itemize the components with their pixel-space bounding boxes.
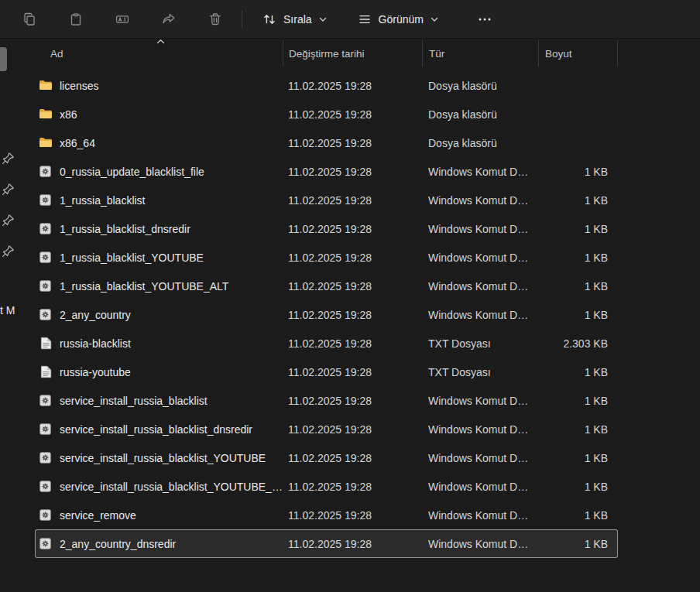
- file-list: licenses11.02.2025 19:28Dosya klasörüx86…: [35, 71, 618, 558]
- column-header-type[interactable]: Tür: [422, 40, 538, 67]
- file-size: 1 KB: [538, 538, 618, 550]
- file-type: Windows Komut D…: [422, 509, 538, 522]
- file-name: 1_russia_blacklist_YOUTUBE_ALT: [60, 280, 228, 293]
- file-name-cell: 2_any_country: [35, 308, 283, 322]
- file-modified-date: 11.02.2025 19:28: [283, 452, 422, 464]
- file-type: Dosya klasörü: [422, 80, 538, 92]
- file-name: russia-youtube: [60, 366, 131, 378]
- file-name-cell: service_install_russia_blacklist_dnsredi…: [35, 423, 283, 436]
- folder-icon: [39, 136, 53, 150]
- file-type: Windows Komut D…: [422, 280, 538, 293]
- file-name-cell: 1_russia_blacklist: [35, 193, 283, 207]
- file-row[interactable]: russia-blacklist11.02.2025 19:28TXT Dosy…: [35, 329, 618, 358]
- file-row[interactable]: 0_russia_update_blacklist_file11.02.2025…: [35, 157, 618, 186]
- file-modified-date: 11.02.2025 19:28: [283, 309, 422, 321]
- file-modified-date: 11.02.2025 19:28: [283, 337, 422, 350]
- file-name: 1_russia_blacklist: [60, 194, 146, 207]
- bat-icon: [39, 222, 53, 236]
- file-name-cell: 1_russia_blacklist_dnsredir: [35, 222, 283, 236]
- delete-icon: [208, 12, 222, 26]
- file-row[interactable]: 1_russia_blacklist11.02.2025 19:28Window…: [35, 186, 618, 214]
- file-modified-date: 11.02.2025 19:28: [283, 481, 422, 493]
- column-headers: Ad Değiştirme tarihi Tür Boyut: [35, 40, 618, 67]
- bat-icon: [39, 423, 53, 436]
- file-row[interactable]: x86_6411.02.2025 19:28Dosya klasörü: [35, 128, 618, 157]
- column-header-modified[interactable]: Değiştirme tarihi: [283, 40, 422, 67]
- txt-icon: [39, 337, 53, 351]
- file-row[interactable]: 2_any_country11.02.2025 19:28Windows Kom…: [35, 300, 618, 329]
- share-button[interactable]: [153, 6, 184, 33]
- file-name: service_install_russia_blacklist: [60, 395, 208, 407]
- toolbar-divider: [242, 11, 242, 28]
- toolbar: Sırala Görünüm: [0, 0, 700, 39]
- view-button[interactable]: Görünüm: [348, 6, 448, 33]
- file-modified-date: 11.02.2025 19:28: [283, 108, 422, 121]
- file-name-cell: service_install_russia_blacklist_YOUTUBE…: [35, 480, 283, 494]
- file-row[interactable]: 1_russia_blacklist_YOUTUBE11.02.2025 19:…: [35, 243, 618, 272]
- sort-button[interactable]: Sırala: [253, 6, 336, 33]
- file-row[interactable]: russia-youtube11.02.2025 19:28TXT Dosyas…: [35, 358, 618, 386]
- file-modified-date: 11.02.2025 19:28: [283, 137, 422, 149]
- more-button[interactable]: [469, 6, 500, 33]
- nav-item-partial-label[interactable]: t M: [0, 304, 15, 317]
- copy-icon: [22, 12, 36, 26]
- file-type: Windows Komut D…: [422, 194, 538, 207]
- bat-icon: [39, 165, 53, 179]
- file-modified-date: 11.02.2025 19:28: [283, 423, 422, 436]
- file-row[interactable]: licenses11.02.2025 19:28Dosya klasörü: [35, 71, 618, 100]
- view-icon: [358, 12, 372, 26]
- file-row[interactable]: 1_russia_blacklist_YOUTUBE_ALT11.02.2025…: [35, 272, 618, 300]
- file-name: 2_any_country: [60, 309, 131, 321]
- file-modified-date: 11.02.2025 19:28: [283, 509, 422, 522]
- file-size: 1 KB: [538, 194, 618, 207]
- toolbar-actions: [14, 6, 246, 33]
- file-name-cell: 1_russia_blacklist_YOUTUBE_ALT: [35, 279, 283, 293]
- view-label: Görünüm: [379, 13, 424, 26]
- paste-button[interactable]: [60, 6, 91, 33]
- column-header-type-label: Tür: [429, 48, 444, 60]
- file-name: licenses: [60, 80, 99, 92]
- file-size: 1 KB: [538, 166, 618, 178]
- file-type: TXT Dosyası: [422, 366, 538, 378]
- file-type: Dosya klasörü: [422, 108, 538, 121]
- column-header-name-label: Ad: [50, 48, 63, 60]
- column-header-size-label: Boyut: [545, 48, 572, 60]
- file-name-cell: service_remove: [35, 508, 283, 522]
- file-type: Windows Komut D…: [422, 423, 538, 436]
- column-header-modified-label: Değiştirme tarihi: [289, 48, 365, 60]
- more-icon: [477, 12, 492, 26]
- file-name-cell: 2_any_country_dnsredir: [35, 537, 283, 551]
- file-size: 1 KB: [538, 452, 618, 464]
- file-name: 1_russia_blacklist_YOUTUBE: [60, 252, 204, 264]
- column-header-size[interactable]: Boyut: [538, 40, 618, 67]
- file-modified-date: 11.02.2025 19:28: [283, 194, 422, 207]
- folder-icon: [39, 108, 53, 121]
- file-row[interactable]: service_install_russia_blacklist_YOUTUBE…: [35, 472, 618, 501]
- bat-icon: [39, 251, 53, 265]
- file-explorer-window: Sırala Görünüm t M Ad Değiştirme tarihi …: [0, 0, 700, 592]
- pin-icon[interactable]: [2, 152, 15, 165]
- file-row[interactable]: service_install_russia_blacklist11.02.20…: [35, 386, 618, 415]
- bat-icon: [39, 480, 53, 494]
- pin-icon[interactable]: [2, 183, 15, 196]
- file-name-cell: 1_russia_blacklist_YOUTUBE: [35, 251, 283, 265]
- file-row[interactable]: 1_russia_blacklist_dnsredir11.02.2025 19…: [35, 214, 618, 243]
- copy-button[interactable]: [14, 6, 45, 33]
- file-row[interactable]: x8611.02.2025 19:28Dosya klasörü: [35, 100, 618, 128]
- pin-icon[interactable]: [2, 245, 15, 258]
- bat-icon: [39, 508, 53, 522]
- file-row[interactable]: 2_any_country_dnsredir11.02.2025 19:28Wi…: [35, 529, 618, 558]
- nav-scrollbar-thumb[interactable]: [0, 47, 7, 71]
- delete-button[interactable]: [200, 6, 231, 33]
- pin-icon[interactable]: [2, 214, 15, 227]
- file-modified-date: 11.02.2025 19:28: [283, 80, 422, 92]
- rename-icon: [115, 12, 129, 26]
- file-type: Windows Komut D…: [422, 166, 538, 178]
- file-name: service_install_russia_blacklist_dnsredi…: [60, 423, 252, 436]
- rename-button[interactable]: [107, 6, 138, 33]
- file-row[interactable]: service_install_russia_blacklist_YOUTUBE…: [35, 443, 618, 472]
- file-modified-date: 11.02.2025 19:28: [283, 223, 422, 235]
- file-type: Windows Komut D…: [422, 452, 538, 464]
- file-row[interactable]: service_install_russia_blacklist_dnsredi…: [35, 415, 618, 443]
- file-row[interactable]: service_remove11.02.2025 19:28Windows Ko…: [35, 501, 618, 529]
